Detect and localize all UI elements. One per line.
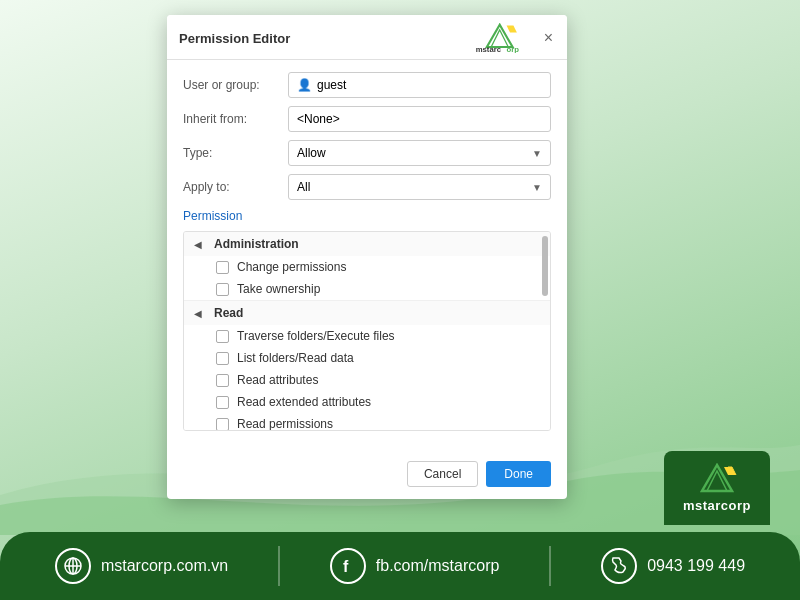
dialog-title: Permission Editor [179, 31, 290, 46]
take-ownership-label: Take ownership [237, 282, 320, 296]
user-group-input[interactable]: 👤 guest [288, 72, 551, 98]
permission-editor-dialog: Permission Editor mstarc orp × User or g… [167, 15, 567, 499]
list-item: Traverse folders/Execute files [184, 325, 550, 347]
read-attributes-label: Read attributes [237, 373, 318, 387]
read-permissions-label: Read permissions [237, 417, 333, 431]
inherit-row: Inherit from: <None> [183, 106, 551, 132]
permission-link[interactable]: Permission [183, 209, 242, 223]
svg-text:mstarc: mstarc [475, 45, 501, 53]
svg-marker-5 [506, 26, 516, 33]
type-row: Type: Allow ▼ [183, 140, 551, 166]
list-folders-label: List folders/Read data [237, 351, 354, 365]
read-extended-checkbox[interactable] [216, 396, 229, 409]
dialog-footer: Cancel Done [167, 455, 567, 499]
facebook-item[interactable]: f fb.com/mstarcorp [330, 548, 500, 584]
read-attributes-checkbox[interactable] [216, 374, 229, 387]
cancel-button[interactable]: Cancel [407, 461, 478, 487]
take-ownership-checkbox[interactable] [216, 283, 229, 296]
traverse-checkbox[interactable] [216, 330, 229, 343]
website-item[interactable]: mstarcorp.com.vn [55, 548, 228, 584]
website-text: mstarcorp.com.vn [101, 557, 228, 575]
facebook-text: fb.com/mstarcorp [376, 557, 500, 575]
inherit-label: Inherit from: [183, 112, 288, 126]
applyto-dropdown-arrow: ▼ [532, 182, 542, 193]
dialog-body: User or group: 👤 guest Inherit from: <No… [167, 60, 567, 455]
logo-bottom-right: mstarcorp [664, 451, 770, 525]
read-section-header[interactable]: ◀ Read [184, 301, 550, 325]
applyto-row: Apply to: All ▼ [183, 174, 551, 200]
admin-section: ◀ Administration Change permissions Take… [184, 232, 550, 301]
read-section: ◀ Read Traverse folders/Execute files Li… [184, 301, 550, 431]
facebook-icon: f [330, 548, 366, 584]
change-permissions-label: Change permissions [237, 260, 346, 274]
admin-section-header[interactable]: ◀ Administration [184, 232, 550, 256]
list-item: Read attributes [184, 369, 550, 391]
change-permissions-checkbox[interactable] [216, 261, 229, 274]
traverse-label: Traverse folders/Execute files [237, 329, 395, 343]
dialog-titlebar: Permission Editor mstarc orp × [167, 15, 567, 60]
close-button[interactable]: × [542, 30, 555, 46]
svg-marker-1 [707, 471, 727, 491]
list-item: Change permissions [184, 256, 550, 278]
admin-expand-icon: ◀ [194, 239, 208, 250]
phone-text: 0943 199 449 [647, 557, 745, 575]
user-icon: 👤 [297, 78, 312, 92]
phone-item[interactable]: 0943 199 449 [601, 548, 745, 584]
inherit-input: <None> [288, 106, 551, 132]
mstarcorp-logo-top: mstarc orp [474, 23, 534, 53]
scrollbar-thumb[interactable] [542, 236, 548, 296]
applyto-label: Apply to: [183, 180, 288, 194]
read-section-label: Read [214, 306, 243, 320]
bottom-bar: mstarcorp.com.vn f fb.com/mstarcorp 0943… [0, 532, 800, 600]
permission-tree: ◀ Administration Change permissions Take… [183, 231, 551, 431]
user-group-value: guest [317, 78, 346, 92]
type-value: Allow [297, 146, 326, 160]
done-button[interactable]: Done [486, 461, 551, 487]
logo-text: mstarcorp [683, 498, 751, 513]
list-item: List folders/Read data [184, 347, 550, 369]
list-folders-checkbox[interactable] [216, 352, 229, 365]
list-item: Take ownership [184, 278, 550, 300]
phone-icon [601, 548, 637, 584]
read-permissions-checkbox[interactable] [216, 418, 229, 431]
type-label: Type: [183, 146, 288, 160]
list-item: Read permissions [184, 413, 550, 431]
inherit-value: <None> [297, 112, 340, 126]
svg-text:orp: orp [506, 45, 519, 53]
mstarcorp-logo-icon [682, 463, 752, 498]
applyto-select[interactable]: All ▼ [288, 174, 551, 200]
read-extended-label: Read extended attributes [237, 395, 371, 409]
applyto-value: All [297, 180, 310, 194]
divider-1 [278, 546, 280, 586]
divider-2 [549, 546, 551, 586]
type-dropdown-arrow: ▼ [532, 148, 542, 159]
admin-section-label: Administration [214, 237, 299, 251]
type-select[interactable]: Allow ▼ [288, 140, 551, 166]
read-expand-icon: ◀ [194, 308, 208, 319]
list-item: Read extended attributes [184, 391, 550, 413]
user-group-label: User or group: [183, 78, 288, 92]
svg-text:f: f [343, 558, 349, 575]
globe-icon [55, 548, 91, 584]
user-group-row: User or group: 👤 guest [183, 72, 551, 98]
